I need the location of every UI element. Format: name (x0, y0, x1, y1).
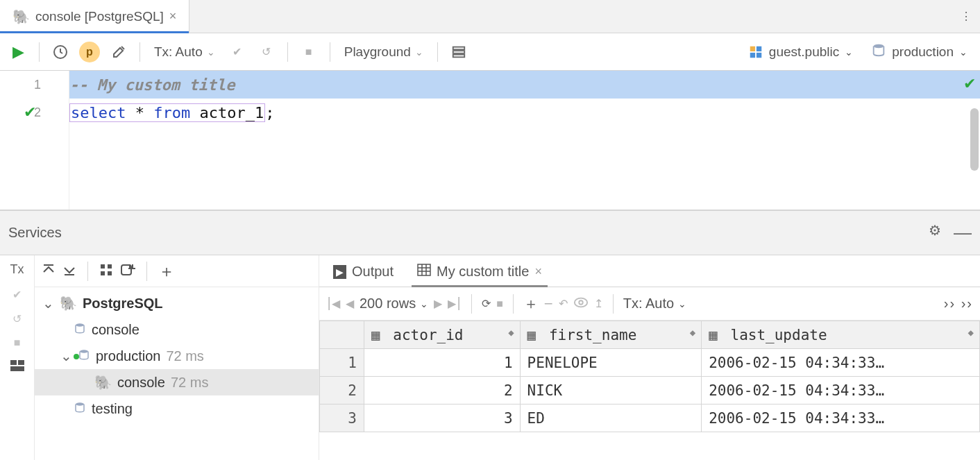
commit-button[interactable]: ✔ (225, 40, 250, 65)
rollback-button[interactable]: ↺ (254, 40, 279, 65)
svg-rect-1 (453, 46, 465, 49)
cell-last-update[interactable]: 2006-02-15 04:34:33… (702, 349, 980, 377)
collapse-all-icon[interactable] (62, 263, 76, 280)
next-page-icon[interactable]: ▶ (434, 297, 442, 310)
services-tree-toolbar: ＋ (35, 255, 319, 287)
tree-node-selected[interactable]: 🐘 console 72 ms (35, 369, 319, 395)
column-header-last-update[interactable]: ▦ last_update ◆ (702, 321, 980, 349)
tx-mode-dropdown-result[interactable]: Tx: Auto ⌄ (623, 296, 686, 312)
preview-icon[interactable] (573, 296, 589, 312)
tree-node[interactable]: ⌄ production 72 ms (35, 343, 319, 369)
svg-rect-9 (10, 360, 17, 365)
table-row[interactable]: 1 1 PENELOPE 2006-02-15 04:34:33… (320, 349, 980, 377)
submit-icon[interactable]: ↥ (594, 297, 603, 310)
services-left-rail: Tx ✔ ↺ ■ (0, 255, 35, 460)
tree-node[interactable]: console (35, 316, 319, 343)
sql-editor[interactable]: 1 ✔ 2 -- My custom title select * from a… (0, 71, 980, 210)
revert-icon[interactable]: ↶ (559, 297, 568, 310)
result-grid[interactable]: ▦ actor_id ◆ ▦ first_name ◆ ▦ last_updat… (319, 321, 980, 460)
add-row-icon[interactable]: ＋ (523, 293, 539, 314)
column-header-first-name[interactable]: ▦ first_name ◆ (520, 321, 702, 349)
filter-icon[interactable] (120, 263, 135, 280)
group-icon[interactable] (99, 263, 113, 280)
view-data-icon[interactable] (446, 40, 471, 65)
close-icon[interactable]: × (169, 9, 177, 24)
table-row[interactable]: 2 2 NICK 2006-02-15 04:34:33… (320, 377, 980, 404)
stop-icon[interactable]: ■ (14, 337, 21, 349)
column-header-actor-id[interactable]: ▦ actor_id ◆ (364, 321, 521, 349)
gear-icon[interactable]: ⚙ (929, 222, 941, 244)
row-number: 3 (320, 404, 364, 432)
more-icon[interactable]: ›› ›› (944, 296, 973, 312)
tree-node-label: testing (92, 401, 133, 417)
tx-mode-label: Tx: Auto (154, 44, 203, 60)
separator (39, 42, 40, 62)
reload-icon[interactable]: ⟳ (482, 297, 491, 310)
code-area[interactable]: -- My custom title select * from actor_1… (69, 71, 980, 210)
first-page-icon[interactable]: ⎮◀ (326, 297, 340, 310)
separator (437, 42, 438, 62)
tab-output[interactable]: ▶ Output (328, 259, 399, 287)
schema-picker[interactable]: guest.public ⌄ (741, 44, 860, 60)
history-button[interactable] (48, 40, 73, 65)
svg-rect-15 (108, 264, 112, 269)
datasource-picker[interactable]: production ⌄ (864, 42, 974, 61)
cell-first-name[interactable]: PENELOPE (520, 349, 702, 377)
inspection-ok-icon[interactable]: ✔ (963, 75, 976, 93)
expand-all-icon[interactable] (42, 263, 56, 280)
datasource-icon (871, 42, 886, 58)
close-icon[interactable]: × (534, 264, 542, 279)
tx-label[interactable]: Tx (10, 262, 24, 277)
tx-mode-label: Tx: Auto (623, 296, 674, 312)
tree-node-time: 72 ms (171, 375, 208, 391)
row-number: 1 (320, 349, 364, 377)
table-row[interactable]: 3 3 ED 2006-02-15 04:34:33… (320, 404, 980, 432)
rows-dropdown[interactable]: 200 rows ⌄ (360, 296, 428, 312)
settings-button[interactable] (106, 40, 131, 65)
more-icon[interactable]: ⋮ (952, 0, 980, 33)
sort-icon[interactable]: ◆ (690, 327, 695, 338)
stop-button[interactable]: ■ (296, 40, 321, 65)
cell-actor-id[interactable]: 3 (364, 404, 521, 432)
services-toolwindow-header: Services ⚙ — (0, 210, 980, 255)
tabbar-spacer (189, 0, 952, 33)
tree-node-label: console (92, 322, 140, 338)
svg-rect-14 (101, 264, 105, 269)
stop-icon[interactable]: ■ (496, 298, 503, 310)
run-button[interactable]: ▶ (6, 40, 31, 65)
tree-node-root[interactable]: ⌄ 🐘 PostgreSQL (35, 290, 319, 316)
services-title: Services (8, 225, 62, 241)
corner-cell (320, 321, 364, 349)
chevron-down-icon[interactable]: ⌄ (42, 295, 54, 312)
cell-actor-id[interactable]: 1 (364, 349, 521, 377)
last-page-icon[interactable]: ▶⎮ (448, 297, 462, 310)
chevron-down-icon[interactable]: ⌄ (60, 348, 72, 364)
separator (146, 262, 147, 281)
cell-first-name[interactable]: ED (520, 404, 702, 432)
profile-badge[interactable]: p (77, 40, 102, 65)
tree-node[interactable]: testing (35, 395, 319, 422)
rollback-icon[interactable]: ↺ (12, 312, 22, 325)
playground-dropdown[interactable]: Playground ⌄ (339, 44, 429, 60)
row-number: 2 (320, 377, 364, 404)
remove-row-icon[interactable]: − (544, 295, 553, 313)
commit-icon[interactable]: ✔ (12, 288, 22, 301)
scrollbar[interactable] (970, 108, 979, 171)
add-icon[interactable]: ＋ (158, 260, 175, 282)
sort-icon[interactable]: ◆ (508, 327, 514, 338)
cell-last-update[interactable]: 2006-02-15 04:34:33… (702, 404, 980, 432)
tx-mode-dropdown[interactable]: Tx: Auto ⌄ (149, 44, 221, 60)
services-tree[interactable]: ⌄ 🐘 PostgreSQL console ⌄ production 72 m… (35, 287, 319, 422)
sort-icon[interactable]: ◆ (968, 327, 974, 338)
cell-last-update[interactable]: 2006-02-15 04:34:33… (702, 377, 980, 404)
datasource-icon (74, 322, 86, 338)
tab-custom-title[interactable]: My custom title × (412, 259, 548, 287)
svg-point-21 (76, 402, 84, 406)
file-tab-console[interactable]: 🐘 console [PostgreSQL] × (0, 0, 189, 33)
prev-page-icon[interactable]: ◀ (346, 297, 354, 310)
hide-icon[interactable]: — (954, 222, 972, 244)
cell-first-name[interactable]: NICK (520, 377, 702, 404)
cell-actor-id[interactable]: 2 (364, 377, 521, 404)
tree-node-time: 72 ms (166, 348, 203, 364)
layout-icon[interactable] (10, 360, 24, 374)
